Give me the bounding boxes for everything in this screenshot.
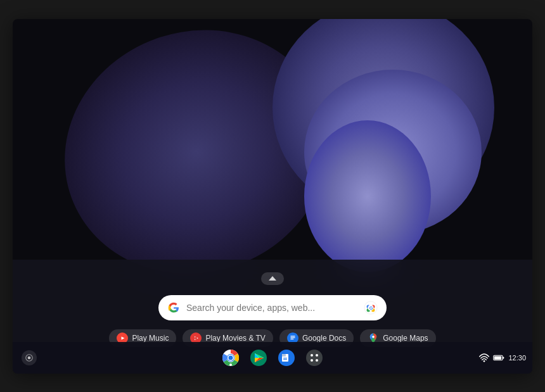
- svg-point-37: [311, 359, 313, 362]
- battery-icon: [493, 354, 504, 362]
- google-assistant-icon[interactable]: G: [364, 301, 378, 315]
- google-g-logo: [167, 301, 180, 314]
- search-bar[interactable]: G: [158, 295, 387, 320]
- svg-rect-15: [290, 338, 293, 339]
- screencast-button[interactable]: [22, 350, 37, 365]
- svg-point-36: [316, 354, 318, 357]
- time-display: 12:30: [508, 354, 526, 362]
- launcher-icon: [305, 349, 323, 367]
- wifi-icon: [479, 353, 489, 362]
- svg-rect-42: [494, 356, 501, 359]
- svg-text:G: G: [369, 305, 373, 311]
- svg-point-22: [229, 355, 233, 360]
- taskbar: 12:30: [13, 342, 532, 374]
- files-icon: [278, 349, 295, 367]
- svg-rect-31: [282, 354, 286, 357]
- svg-point-35: [311, 354, 313, 357]
- files-taskbar-item: [275, 346, 298, 369]
- collapse-shelf-button[interactable]: [261, 272, 284, 285]
- svg-rect-41: [503, 357, 504, 358]
- google-docs-label: Google Docs: [302, 334, 346, 343]
- status-area[interactable]: 12:30: [479, 353, 526, 362]
- google-maps-label: Google Maps: [383, 334, 428, 343]
- taskbar-left: [22, 350, 37, 365]
- play-store-icon: [250, 349, 267, 367]
- chromeos-screen: G Play Music Play Movies & TV: [13, 19, 532, 374]
- svg-rect-32: [283, 358, 287, 358]
- svg-point-38: [316, 359, 318, 362]
- launcher-app-button[interactable]: [303, 346, 326, 369]
- svg-point-39: [484, 360, 485, 362]
- svg-point-11: [195, 337, 197, 339]
- svg-point-17: [28, 356, 31, 359]
- chrome-taskbar-item: [219, 346, 242, 369]
- play-music-label: Play Music: [132, 334, 169, 343]
- play-store-app-button[interactable]: [247, 346, 270, 369]
- svg-rect-33: [283, 359, 287, 360]
- files-app-button[interactable]: [275, 346, 298, 369]
- svg-rect-14: [290, 337, 295, 338]
- play-store-taskbar-item: [247, 346, 270, 369]
- chrome-active-indicator: [229, 364, 232, 366]
- camera-icon: [25, 353, 34, 362]
- svg-point-34: [306, 350, 323, 366]
- svg-point-16: [372, 335, 375, 338]
- svg-rect-13: [290, 336, 295, 336]
- wallpaper-shape-4: [304, 120, 431, 272]
- launcher-taskbar-item: [303, 346, 326, 369]
- play-movies-label: Play Movies & TV: [205, 334, 265, 343]
- search-input[interactable]: [186, 303, 357, 313]
